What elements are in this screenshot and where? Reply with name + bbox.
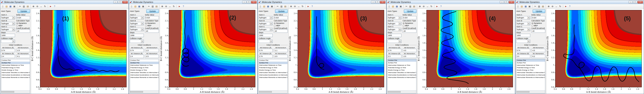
plot-list-item[interactable]: Contour Plot	[1, 59, 30, 62]
steps-input[interactable]	[1, 34, 15, 37]
bc-momentum-input[interactable]	[403, 55, 417, 58]
plot-list-item[interactable]: Internuclear Accelerations vs Internucle…	[259, 74, 288, 76]
copy-icon[interactable]: ▥	[537, 5, 541, 8]
cutoff-input[interactable]	[274, 30, 288, 33]
close-button[interactable]: ×	[251, 1, 256, 4]
atom-c-select[interactable]: hydrogen ▾	[388, 28, 402, 31]
ab-distance-input[interactable]	[516, 49, 530, 52]
new-icon[interactable]: ▯	[388, 5, 391, 8]
ab-distance-input[interactable]	[1, 49, 15, 52]
plot-list-item[interactable]: Internuclear Accelerations vs Internucle…	[388, 74, 416, 76]
help-icon[interactable]: ?	[439, 5, 443, 8]
cutoff-input[interactable]	[16, 30, 30, 33]
update-button[interactable]: Update	[404, 9, 416, 13]
listbox-horizontal-scrollbar[interactable]	[516, 91, 545, 93]
bc-momentum-input[interactable]	[145, 55, 159, 58]
plot-list-item[interactable]: Kinetic Energy vs Time	[130, 69, 159, 71]
open-icon[interactable]: ▧	[391, 5, 395, 8]
titlebar[interactable]: Molecular Dynamics – □ ×	[258, 0, 386, 4]
paste-icon[interactable]: ▤	[412, 5, 416, 8]
bc-distance-input[interactable]	[516, 55, 530, 58]
rotate-icon[interactable]: ↻	[558, 5, 562, 8]
plot-list-item[interactable]: Internuclear Accelerations vs Internucle…	[516, 74, 545, 76]
atom-b-select[interactable]: hydrogen ▾	[516, 22, 530, 25]
ab-distance-input[interactable]	[130, 49, 144, 52]
help-icon[interactable]: ?	[568, 5, 572, 8]
listbox-horizontal-scrollbar[interactable]	[130, 91, 159, 93]
ab-distance-input[interactable]	[258, 49, 273, 52]
scrollbar-thumb[interactable]	[2, 91, 14, 92]
print-icon[interactable]: ▣	[270, 5, 274, 8]
plot-list-item[interactable]: Kinetic Energy vs Time	[1, 69, 30, 71]
plot-list-item[interactable]: Contour Plot	[259, 59, 288, 62]
new-icon[interactable]: ▯	[258, 5, 262, 8]
close-button[interactable]: ×	[638, 1, 643, 4]
pan-icon[interactable]: ↔	[297, 5, 300, 8]
cutoff-input[interactable]	[403, 30, 417, 33]
zoom-out-icon[interactable]: ⊖	[551, 5, 554, 8]
zoom-in-icon[interactable]: ⊕	[547, 5, 550, 8]
atom-a-select[interactable]: hydrogen ▾	[258, 16, 273, 19]
steps-input[interactable]	[258, 34, 273, 37]
listbox-horizontal-scrollbar[interactable]	[388, 91, 416, 93]
new-icon[interactable]: ▯	[516, 5, 520, 8]
ab-distance-input[interactable]	[388, 49, 402, 52]
open-icon[interactable]: ▧	[5, 5, 8, 8]
bc-distance-input[interactable]	[388, 55, 402, 58]
plot-list-item[interactable]: Internuclear Distances vs Time	[259, 64, 288, 66]
atom-c-select[interactable]: hydrogen ▾	[130, 28, 144, 31]
save-icon[interactable]: ▦	[9, 5, 12, 8]
rotate-icon[interactable]: ↻	[172, 5, 176, 8]
close-button[interactable]: ×	[122, 1, 128, 4]
cut-icon[interactable]: ✂	[18, 5, 22, 8]
atom-a-select[interactable]: hydrogen ▾	[130, 16, 144, 19]
paste-icon[interactable]: ▤	[155, 5, 158, 8]
steps-input[interactable]	[388, 34, 402, 37]
print-icon[interactable]: ▣	[12, 5, 16, 8]
pan-icon[interactable]: ↔	[554, 5, 558, 8]
atom-a-select[interactable]: hydrogen ▾	[516, 16, 530, 19]
bc-momentum-input[interactable]	[532, 55, 546, 58]
plot-list-item[interactable]: Potential Energy vs Time	[1, 66, 30, 69]
new-icon[interactable]: ▯	[1, 5, 4, 8]
scrollbar-thumb[interactable]	[516, 91, 530, 92]
bc-distance-input[interactable]	[1, 55, 15, 58]
steps-input[interactable]	[516, 34, 530, 37]
delta-value-input[interactable]	[16, 16, 30, 19]
listbox-horizontal-scrollbar[interactable]	[258, 91, 288, 93]
save-icon[interactable]: ▦	[266, 5, 270, 8]
collision-angle-select[interactable]: ▾	[516, 40, 530, 43]
zoom-in-icon[interactable]: ⊕	[160, 5, 164, 8]
minimize-button[interactable]: –	[242, 1, 246, 4]
atom-c-select[interactable]: hydrogen ▾	[258, 28, 273, 31]
ab-momentum-input[interactable]	[403, 49, 417, 52]
bc-momentum-input[interactable]	[16, 55, 30, 58]
delta-value-input[interactable]	[145, 16, 159, 19]
bc-distance-input[interactable]	[130, 55, 144, 58]
cutoff-input[interactable]	[532, 30, 546, 33]
print-icon[interactable]: ▣	[399, 5, 402, 8]
titlebar[interactable]: Molecular Dynamics – □ ×	[386, 0, 515, 4]
bc-distance-input[interactable]	[258, 55, 273, 58]
rotate-icon[interactable]: ↻	[301, 5, 304, 8]
plot-list-item[interactable]: Internuclear Momenta vs Internuclear Dis…	[388, 76, 416, 79]
minimize-button[interactable]: –	[113, 1, 118, 4]
atom-b-select[interactable]: hydrogen ▾	[258, 22, 273, 25]
paste-icon[interactable]: ▤	[541, 5, 545, 8]
data-cursor-icon[interactable]: ►	[435, 5, 439, 8]
radio-dynamics[interactable]: Dynamics	[532, 22, 546, 24]
plot-list-item[interactable]: Surface Plot	[516, 62, 545, 64]
cut-icon[interactable]: ✂	[147, 5, 150, 8]
plot-list-item[interactable]: Contour Plot	[388, 59, 416, 62]
plot-list-item[interactable]: Potential Energy vs Time	[259, 66, 288, 69]
maximize-button[interactable]: □	[633, 1, 637, 4]
radio-mep[interactable]: MEP	[274, 25, 288, 27]
radio-dynamics[interactable]: Dynamics	[16, 22, 30, 24]
copy-icon[interactable]: ▥	[280, 5, 283, 8]
bc-momentum-input[interactable]	[274, 55, 288, 58]
maximize-button[interactable]: □	[247, 1, 251, 4]
paste-icon[interactable]: ▤	[284, 5, 287, 8]
copy-icon[interactable]: ▥	[151, 5, 154, 8]
close-button[interactable]: ×	[380, 1, 386, 4]
print-icon[interactable]: ▣	[528, 5, 531, 8]
